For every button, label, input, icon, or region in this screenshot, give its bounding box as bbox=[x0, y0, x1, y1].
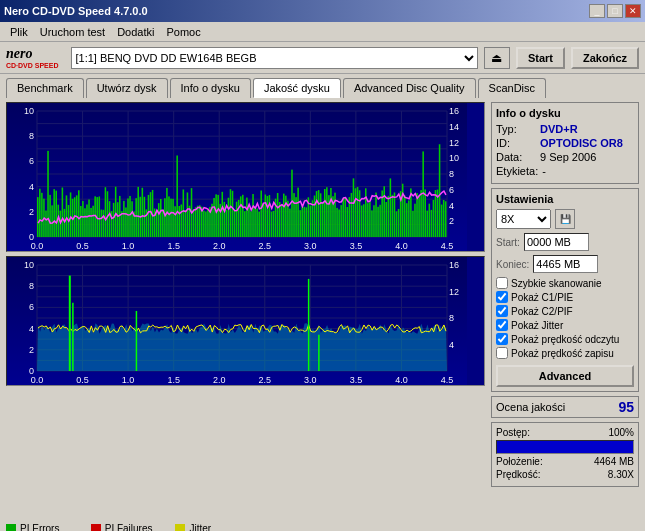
menu-bar: Plik Uruchom test Dodatki Pomoc bbox=[0, 22, 645, 42]
read-speed-label: Pokaż prędkość odczytu bbox=[511, 334, 619, 345]
disc-id-key: ID: bbox=[496, 137, 536, 149]
pif-label: Pokaż C2/PIF bbox=[511, 306, 573, 317]
predkosc-value: 8.30X bbox=[608, 469, 634, 480]
pie-checkbox[interactable] bbox=[496, 291, 508, 303]
jitter-color bbox=[175, 524, 185, 532]
polozenie-value: 4464 MB bbox=[594, 456, 634, 467]
pi-errors-title: PI Errors bbox=[20, 523, 59, 531]
write-speed-label: Pokaż prędkość zapisu bbox=[511, 348, 614, 359]
end-label: Koniec: bbox=[496, 259, 529, 270]
progress-section: Postęp: 100% Położenie: 4464 MB Prędkość… bbox=[491, 422, 639, 487]
disc-label-key: Etykieta: bbox=[496, 165, 538, 177]
advanced-button[interactable]: Advanced bbox=[496, 365, 634, 387]
progress-bar-container bbox=[496, 440, 634, 454]
pie-label: Pokaż C1/PIE bbox=[511, 292, 573, 303]
toolbar: nero CD·DVD SPEED [1:1] BENQ DVD DD EW16… bbox=[0, 42, 645, 74]
end-field[interactable] bbox=[533, 255, 598, 273]
disc-date-key: Data: bbox=[496, 151, 536, 163]
pi-errors-color bbox=[6, 524, 16, 532]
menu-extras[interactable]: Dodatki bbox=[111, 24, 160, 40]
disc-id-row: ID: OPTODISC OR8 bbox=[496, 137, 634, 149]
polozenie-row: Położenie: 4464 MB bbox=[496, 456, 634, 467]
write-speed-row: Pokaż prędkość zapisu bbox=[496, 347, 634, 359]
nero-logo: nero CD·DVD SPEED bbox=[6, 46, 59, 69]
disc-type-row: Typ: DVD+R bbox=[496, 123, 634, 135]
title-bar-buttons: _ □ ✕ bbox=[589, 4, 641, 18]
tab-bar: Benchmark Utwórz dysk Info o dysku Jakoś… bbox=[0, 74, 645, 98]
mb-icon[interactable]: 💾 bbox=[555, 209, 575, 229]
top-chart bbox=[6, 102, 485, 252]
tab-benchmark[interactable]: Benchmark bbox=[6, 78, 84, 98]
start-label: Start: bbox=[496, 237, 520, 248]
polozenie-label: Położenie: bbox=[496, 456, 543, 467]
disc-type-value: DVD+R bbox=[540, 123, 578, 135]
settings-panel: Ustawienia 8X Max 1X 2X 4X 16X 💾 Start: … bbox=[491, 188, 639, 392]
menu-help[interactable]: Pomoc bbox=[160, 24, 206, 40]
tab-disc-quality[interactable]: Jakość dysku bbox=[253, 78, 341, 98]
progress-bar bbox=[497, 441, 633, 453]
jitter-label: Pokaż Jitter bbox=[511, 320, 563, 331]
disc-label-row: Etykieta: - bbox=[496, 165, 634, 177]
disc-type-key: Typ: bbox=[496, 123, 536, 135]
jitter-group: Jitter Średnio: 8.29% Maksimum: 10.5% Bł… bbox=[175, 523, 262, 531]
bottom-info: PI Errors Średnio: 0.74 Maksimum: 7 Cało… bbox=[0, 523, 645, 531]
start-button[interactable]: Start bbox=[516, 47, 565, 69]
stat-groups: PI Errors Średnio: 0.74 Maksimum: 7 Cało… bbox=[6, 523, 263, 531]
quality-value: 95 bbox=[618, 399, 634, 415]
szybkie-checkbox[interactable] bbox=[496, 277, 508, 289]
szybkie-row: Szybkie skanowanie bbox=[496, 277, 634, 289]
start-field[interactable] bbox=[524, 233, 589, 251]
read-speed-checkbox[interactable] bbox=[496, 333, 508, 345]
settings-title: Ustawienia bbox=[496, 193, 634, 205]
pi-failures-color bbox=[91, 524, 101, 532]
disc-label-value: - bbox=[542, 165, 546, 177]
predkosc-label: Prędkość: bbox=[496, 469, 540, 480]
tab-advanced-disc-quality[interactable]: Advanced Disc Quality bbox=[343, 78, 476, 98]
pi-errors-title-row: PI Errors bbox=[6, 523, 71, 531]
jitter-title: Jitter bbox=[189, 523, 211, 531]
menu-run-test[interactable]: Uruchom test bbox=[34, 24, 111, 40]
logo-bottom: CD·DVD SPEED bbox=[6, 62, 59, 69]
menu-file[interactable]: Plik bbox=[4, 24, 34, 40]
disc-date-value: 9 Sep 2006 bbox=[540, 151, 596, 163]
read-speed-row: Pokaż prędkość odczytu bbox=[496, 333, 634, 345]
jitter-checkbox[interactable] bbox=[496, 319, 508, 331]
close-button[interactable]: ✕ bbox=[625, 4, 641, 18]
postep-row: Postęp: 100% bbox=[496, 427, 634, 438]
jitter-title-row: Jitter bbox=[175, 523, 262, 531]
pie-row: Pokaż C1/PIE bbox=[496, 291, 634, 303]
predkosc-row: Prędkość: 8.30X bbox=[496, 469, 634, 480]
tab-scandisc[interactable]: ScanDisc bbox=[478, 78, 546, 98]
pi-failures-title: PI Failures bbox=[105, 523, 153, 531]
pi-failures-group: PI Failures Średnio: 0.05 Maksimum: 8 Ca… bbox=[91, 523, 156, 531]
pif-row: Pokaż C2/PIF bbox=[496, 305, 634, 317]
quality-section: Ocena jakości 95 bbox=[491, 396, 639, 418]
tab-create-disc[interactable]: Utwórz dysk bbox=[86, 78, 168, 98]
jitter-row: Pokaż Jitter bbox=[496, 319, 634, 331]
szybkie-label: Szybkie skanowanie bbox=[511, 278, 602, 289]
window-title: Nero CD-DVD Speed 4.7.0.0 bbox=[4, 5, 148, 17]
stop-button[interactable]: Zakończ bbox=[571, 47, 639, 69]
end-mb-row: Koniec: bbox=[496, 255, 634, 273]
main-content: Info o dysku Typ: DVD+R ID: OPTODISC OR8… bbox=[0, 98, 645, 523]
pif-checkbox[interactable] bbox=[496, 305, 508, 317]
pi-failures-title-row: PI Failures bbox=[91, 523, 156, 531]
tab-disc-info[interactable]: Info o dysku bbox=[170, 78, 251, 98]
pi-errors-group: PI Errors Średnio: 0.74 Maksimum: 7 Cało… bbox=[6, 523, 71, 531]
minimize-button[interactable]: _ bbox=[589, 4, 605, 18]
postep-value: 100% bbox=[608, 427, 634, 438]
speed-row: 8X Max 1X 2X 4X 16X 💾 bbox=[496, 209, 634, 229]
chart-area bbox=[6, 102, 485, 519]
title-bar: Nero CD-DVD Speed 4.7.0.0 _ □ ✕ bbox=[0, 0, 645, 22]
maximize-button[interactable]: □ bbox=[607, 4, 623, 18]
write-speed-checkbox[interactable] bbox=[496, 347, 508, 359]
logo-top: nero bbox=[6, 46, 32, 62]
speed-select[interactable]: 8X Max 1X 2X 4X 16X bbox=[496, 209, 551, 229]
postep-label: Postęp: bbox=[496, 427, 530, 438]
drive-select[interactable]: [1:1] BENQ DVD DD EW164B BEGB bbox=[71, 47, 478, 69]
start-mb-row: Start: bbox=[496, 233, 634, 251]
eject-button[interactable]: ⏏ bbox=[484, 47, 510, 69]
quality-label: Ocena jakości bbox=[496, 401, 565, 413]
disc-date-row: Data: 9 Sep 2006 bbox=[496, 151, 634, 163]
disc-info-title: Info o dysku bbox=[496, 107, 634, 119]
